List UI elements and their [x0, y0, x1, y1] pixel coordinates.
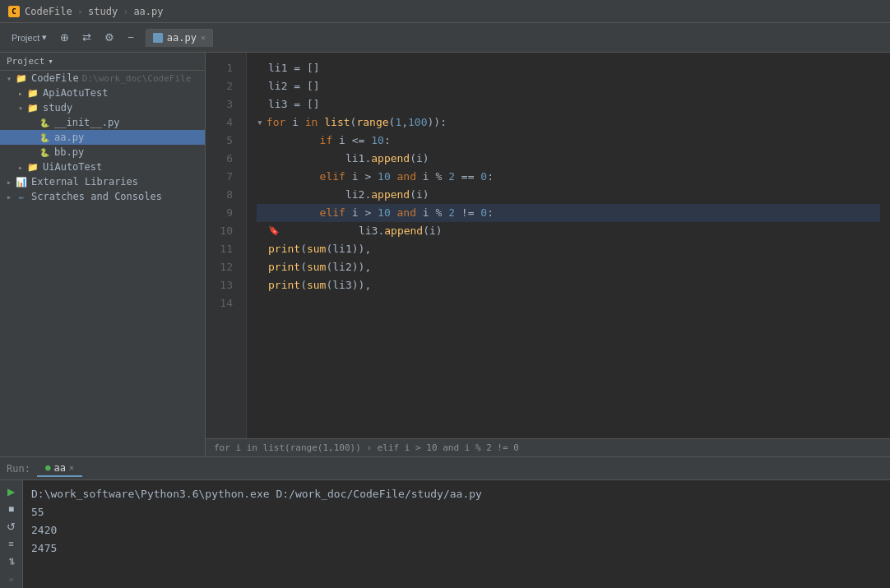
editor-content[interactable]: 1234567891011121314 li1 = []li2 = []li3 …	[206, 53, 890, 438]
code-line-4[interactable]: ▾for i in list(range(1,100)):	[257, 113, 880, 132]
title-bar-left: C CodeFile › study › aa.py	[8, 6, 164, 17]
sidebar-item-study[interactable]: 📁 study	[0, 100, 205, 115]
sidebar-item-uiautotest[interactable]: 📁 UiAutoTest	[0, 160, 205, 174]
token-punct: .	[364, 186, 371, 204]
token-var	[364, 132, 371, 150]
token-var	[455, 168, 461, 186]
token-punct: :	[487, 204, 494, 222]
code-line-8[interactable]: li2.append(i)	[257, 186, 880, 204]
token-var: i	[416, 150, 423, 168]
token-kw: if	[268, 132, 332, 150]
token-var	[318, 113, 324, 132]
token-punct: :	[487, 168, 494, 186]
token-punct: :	[384, 132, 391, 150]
token-punct: (	[410, 150, 416, 168]
token-var: li3	[332, 276, 351, 294]
code-line-3[interactable]: li3 = []	[257, 95, 880, 113]
sidebar-item-aapy[interactable]: 🐍 aa.py	[0, 130, 205, 145]
token-num: 0	[480, 204, 487, 222]
code-line-12[interactable]: print(sum(li2)),	[257, 258, 880, 276]
sidebar-item-init[interactable]: 🐍 __init__.py	[0, 115, 205, 130]
code-line-2[interactable]: li2 = []	[257, 77, 880, 95]
token-punct: []	[307, 77, 320, 95]
scratches-label: Scratches and Consoles	[31, 191, 162, 202]
token-op: =	[287, 59, 306, 77]
toolbar-minus-btn[interactable]: −	[123, 29, 139, 46]
token-var: li3	[268, 95, 287, 113]
token-var	[455, 204, 461, 222]
fold-arrow-icon[interactable]: ▾	[257, 113, 263, 132]
run-stop-btn[interactable]: ■	[2, 501, 21, 516]
root-label: CodeFile	[31, 72, 79, 84]
line-number-3: 3	[206, 95, 239, 113]
extlibs-label: External Libraries	[31, 176, 138, 188]
toolbar-arrows-btn[interactable]: ⇄	[77, 29, 96, 46]
run-panel: Run: ● aa ✕ ▶ ■ ↺ ≡ ⇌ » D:\work_software…	[0, 456, 890, 588]
tab-close-btn[interactable]: ✕	[201, 33, 206, 42]
token-punct: (	[326, 276, 332, 294]
token-kw: for	[267, 113, 285, 132]
toolbar-settings-btn[interactable]: ⚙	[100, 29, 119, 46]
run-tab-aa[interactable]: ● aa ✕	[37, 461, 82, 477]
breadcrumb-study: study	[88, 6, 118, 17]
token-var: i	[416, 186, 423, 204]
token-num: 10	[378, 168, 391, 186]
title-sep2: ›	[123, 6, 128, 17]
token-punct: .	[364, 150, 371, 168]
run-play-btn[interactable]: ▶	[2, 484, 21, 499]
code-editor[interactable]: li1 = []li2 = []li3 = []▾for i in list(r…	[247, 53, 890, 438]
code-line-10[interactable]: 🔖 li3.append(i)	[257, 222, 880, 240]
code-line-7[interactable]: elif i > 10 and i % 2 == 0:	[257, 168, 880, 186]
token-var	[474, 168, 480, 186]
line-number-5: 5	[206, 132, 239, 150]
scratches-icon: ✏️	[15, 191, 28, 202]
active-tab[interactable]: aa.py ✕	[146, 29, 213, 47]
root-path: D:\work_doc\CodeFile	[82, 73, 191, 84]
code-line-14[interactable]	[257, 294, 880, 313]
token-and-kw: and	[391, 168, 416, 186]
sidebar-item-apiaotutest[interactable]: 📁 ApiAotuTest	[0, 86, 205, 100]
token-var	[371, 168, 378, 186]
bbpy-file-icon: 🐍	[38, 146, 51, 158]
code-line-13[interactable]: print(sum(li3)),	[257, 276, 880, 294]
line-numbers: 1234567891011121314	[206, 53, 247, 438]
study-arrow-icon	[15, 104, 26, 113]
run-tab-close[interactable]: ✕	[69, 463, 74, 472]
run-body: ▶ ■ ↺ ≡ ⇌ » D:\work_software\Python3.6\p…	[0, 480, 890, 588]
code-line-6[interactable]: li1.append(i)	[257, 150, 880, 168]
code-line-1[interactable]: li1 = []	[257, 59, 880, 77]
toolbar: Project ⊕ ⇄ ⚙ − aa.py ✕	[0, 23, 890, 53]
breadcrumb-text: for i in list(range(1,100)) › elif i > 1…	[214, 442, 519, 453]
editor-area: 1234567891011121314 li1 = []li2 = []li3 …	[206, 53, 890, 456]
run-rerun-btn[interactable]: ↺	[2, 518, 21, 534]
run-align-btn[interactable]: ⇌	[3, 552, 19, 570]
token-var: i	[345, 204, 364, 222]
token-var	[442, 168, 448, 186]
token-fn: sum	[307, 276, 326, 294]
token-punct: )):	[428, 113, 447, 132]
token-op: =	[287, 95, 306, 113]
toolbar-globe-btn[interactable]: ⊕	[55, 29, 74, 46]
root-folder-icon: 📁	[15, 72, 28, 84]
code-line-11[interactable]: print(sum(li1)),	[257, 240, 880, 258]
token-var: i	[416, 168, 435, 186]
project-button[interactable]: Project	[7, 30, 52, 45]
token-punct: )	[436, 222, 443, 240]
sidebar-item-bbpy[interactable]: 🐍 bb.py	[0, 145, 205, 160]
token-op: >	[364, 204, 371, 222]
run-format-btn[interactable]: ≡	[2, 536, 21, 552]
token-fn: print	[268, 276, 300, 294]
line-number-10: 10	[206, 222, 239, 240]
uiautotest-folder-icon: 📁	[26, 161, 39, 173]
line-number-8: 8	[206, 186, 239, 204]
sidebar-item-root[interactable]: 📁 CodeFile D:\work_doc\CodeFile	[0, 71, 205, 86]
run-tab-icon: ●	[45, 462, 51, 473]
sidebar-item-extlibs[interactable]: 📊 External Libraries	[0, 174, 205, 189]
code-line-5[interactable]: if i <= 10:	[257, 132, 880, 150]
sidebar-item-scratches[interactable]: ✏️ Scratches and Consoles	[0, 189, 205, 204]
line-number-1: 1	[206, 59, 239, 77]
run-output-line-0: D:\work_software\Python3.6\python.exe D:…	[31, 485, 882, 503]
apiaotutest-arrow-icon	[15, 89, 26, 98]
bookmark-icon: 🔖	[268, 222, 280, 240]
code-line-9[interactable]: elif i > 10 and i % 2 != 0:	[257, 204, 880, 222]
